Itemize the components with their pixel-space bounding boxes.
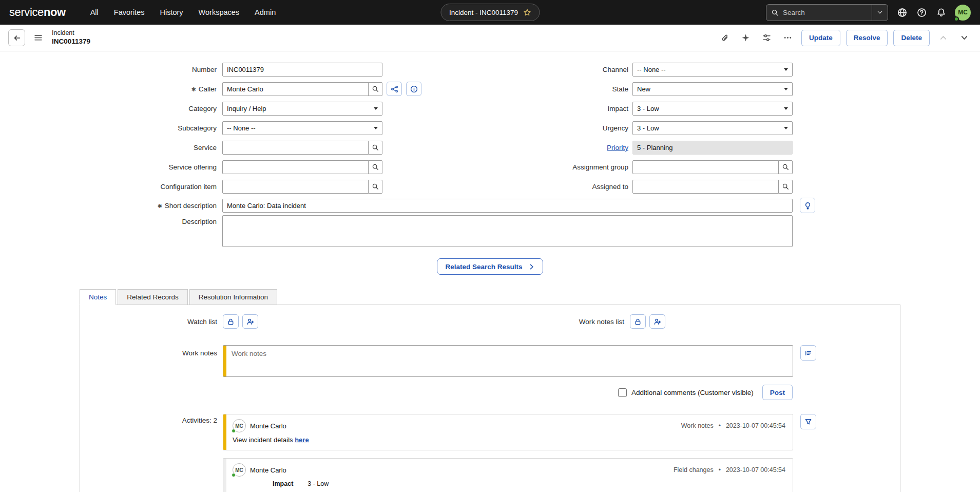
work-notes-textarea[interactable] bbox=[226, 346, 793, 376]
related-search-results-button[interactable]: Related Search Results bbox=[437, 258, 543, 275]
person-add-icon bbox=[246, 318, 254, 326]
activity-body: View incident details here bbox=[233, 436, 785, 444]
caller-input[interactable] bbox=[222, 82, 369, 96]
assigned-to-lookup-button[interactable] bbox=[778, 180, 793, 194]
post-button[interactable]: Post bbox=[762, 385, 793, 400]
record-context-label: Incident - INC0011379 bbox=[449, 9, 518, 16]
state-select[interactable]: New bbox=[632, 82, 793, 96]
hierarchy-icon bbox=[391, 85, 398, 93]
previous-record-button[interactable] bbox=[935, 30, 951, 46]
tab-notes[interactable]: Notes bbox=[80, 289, 116, 305]
activity-timestamp: 2023-10-07 00:45:54 bbox=[726, 466, 785, 474]
field-service: Service bbox=[0, 138, 452, 157]
more-options-button[interactable] bbox=[780, 30, 796, 46]
short-description-input[interactable] bbox=[222, 199, 793, 213]
configuration-item-label: Configuration item bbox=[0, 183, 217, 191]
field-configuration-item: Configuration item bbox=[0, 177, 452, 196]
delete-button[interactable]: Delete bbox=[893, 30, 930, 46]
chevron-right-icon bbox=[528, 263, 535, 270]
next-record-button[interactable] bbox=[956, 30, 972, 46]
globe-button[interactable] bbox=[896, 7, 908, 18]
bullet-separator: • bbox=[719, 466, 721, 474]
tab-related-records[interactable]: Related Records bbox=[118, 289, 188, 305]
search-icon bbox=[771, 9, 779, 16]
presence-indicator bbox=[232, 473, 236, 477]
subcategory-select[interactable]: -- None -- bbox=[222, 121, 382, 135]
attachments-button[interactable] bbox=[717, 30, 733, 46]
urgency-value: 3 - Low bbox=[637, 124, 659, 132]
presence-indicator bbox=[232, 429, 236, 433]
work-notes-list-controls bbox=[630, 314, 665, 329]
state-label: State bbox=[411, 85, 628, 93]
additional-comments-checkbox[interactable] bbox=[618, 388, 627, 397]
assignment-group-lookup-button[interactable] bbox=[778, 160, 793, 174]
priority-label-link[interactable]: Priority bbox=[607, 144, 628, 152]
resolve-button[interactable]: Resolve bbox=[846, 30, 888, 46]
nav-item-all[interactable]: All bbox=[90, 8, 99, 16]
record-title: Incident INC0011379 bbox=[52, 29, 90, 46]
impact-select[interactable]: 3 - Low bbox=[632, 102, 793, 116]
caller-lookup-button[interactable] bbox=[368, 82, 382, 96]
ai-assist-button[interactable] bbox=[738, 30, 754, 46]
record-number: INC0011379 bbox=[52, 37, 90, 46]
category-select[interactable]: Inquiry / Help bbox=[222, 102, 382, 116]
urgency-select[interactable]: 3 - Low bbox=[632, 121, 793, 135]
work-notes-options-button[interactable] bbox=[800, 345, 816, 361]
watch-list-add-me-button[interactable] bbox=[242, 314, 258, 329]
help-button[interactable] bbox=[916, 7, 927, 18]
select-arrow-icon bbox=[784, 107, 788, 110]
activity-entry-field-changes: MC Monte Carlo Field changes • 2023-10-0… bbox=[223, 458, 793, 492]
activity-filter-button[interactable] bbox=[800, 414, 816, 429]
form-context-menu-button[interactable] bbox=[30, 30, 46, 46]
notifications-button[interactable] bbox=[935, 7, 947, 18]
number-input[interactable] bbox=[222, 63, 382, 77]
configuration-item-input[interactable] bbox=[222, 180, 369, 194]
watch-list-lock-button[interactable] bbox=[223, 314, 239, 329]
work-notes-list-lock-button[interactable] bbox=[630, 314, 646, 329]
work-notes-row: Work notes bbox=[80, 345, 900, 377]
update-button[interactable]: Update bbox=[801, 30, 840, 46]
favorite-star-icon[interactable] bbox=[523, 9, 531, 16]
assignment-group-input[interactable] bbox=[632, 160, 779, 174]
configuration-item-lookup-button[interactable] bbox=[368, 180, 382, 194]
service-offering-lookup-button[interactable] bbox=[368, 160, 382, 174]
work-notes-list-add-me-button[interactable] bbox=[649, 314, 665, 329]
assigned-to-input[interactable] bbox=[632, 180, 779, 194]
user-avatar[interactable]: MC bbox=[955, 5, 971, 21]
service-label-text: Service bbox=[194, 144, 217, 152]
service-input[interactable] bbox=[222, 141, 369, 155]
personalize-form-button[interactable] bbox=[759, 30, 775, 46]
tab-resolution-information[interactable]: Resolution Information bbox=[189, 289, 277, 305]
record-context-pill[interactable]: Incident - INC0011379 bbox=[440, 4, 540, 21]
configuration-item-label-text: Configuration item bbox=[160, 183, 217, 191]
search-scope-dropdown-button[interactable] bbox=[872, 5, 888, 21]
caller-label-text: Caller bbox=[199, 85, 217, 93]
description-label: Description bbox=[0, 215, 217, 225]
nav-item-admin[interactable]: Admin bbox=[255, 8, 276, 16]
description-textarea[interactable] bbox=[222, 215, 793, 247]
nav-item-workspaces[interactable]: Workspaces bbox=[199, 8, 240, 16]
form-tabs-section: Notes Related Records Resolution Informa… bbox=[0, 289, 980, 492]
activity-content: MC Monte Carlo Work notes • 2023-10-07 0… bbox=[226, 414, 793, 450]
work-notes-list-label: Work notes list bbox=[579, 318, 624, 326]
changed-field-value: 3 - Low bbox=[308, 480, 329, 487]
suggestion-button[interactable] bbox=[800, 198, 815, 213]
field-impact: Impact 3 - Low bbox=[411, 99, 924, 118]
form-left-column: Number ✱Caller Category Inquiry / Help S… bbox=[0, 60, 452, 196]
caller-hierarchy-button[interactable] bbox=[387, 82, 402, 96]
back-button[interactable] bbox=[8, 29, 25, 46]
service-lookup-button[interactable] bbox=[368, 141, 382, 155]
search-icon bbox=[372, 163, 379, 171]
nav-item-history[interactable]: History bbox=[160, 8, 183, 16]
assigned-to-label: Assigned to bbox=[411, 183, 628, 191]
priority-value: 5 - Planning bbox=[637, 144, 672, 152]
global-search-input[interactable] bbox=[779, 9, 872, 16]
additional-comments-label[interactable]: Additional comments (Customer visible) bbox=[631, 389, 754, 396]
servicenow-logo[interactable]: servicenow bbox=[9, 6, 66, 19]
channel-label-text: Channel bbox=[603, 66, 628, 73]
activity-link[interactable]: here bbox=[295, 436, 309, 444]
nav-item-favorites[interactable]: Favorites bbox=[114, 8, 145, 16]
channel-select[interactable]: -- None -- bbox=[632, 63, 793, 77]
description-label-text: Description bbox=[182, 218, 217, 225]
service-offering-input[interactable] bbox=[222, 160, 369, 174]
